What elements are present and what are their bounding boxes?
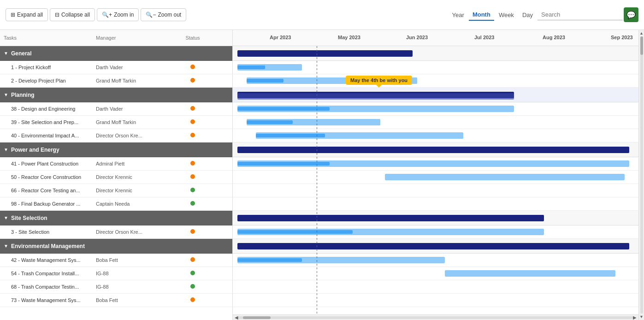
vscroll-thumb[interactable] bbox=[640, 36, 643, 55]
group-planning[interactable]: ▼Planning bbox=[0, 88, 232, 102]
group-label: Site Selection bbox=[11, 215, 47, 221]
gantt-bar bbox=[237, 230, 353, 234]
list-item[interactable]: 40 - Environmental Impact A... Director … bbox=[0, 129, 232, 142]
gantt-horizontal-scrollbar[interactable]: ◀ ▶ bbox=[233, 314, 638, 320]
task-status bbox=[179, 284, 207, 290]
task-name: 40 - Environmental Impact A... bbox=[4, 133, 96, 138]
gantt-header: Apr 2023May 2023Jun 2023Jul 2023Aug 2023… bbox=[233, 30, 638, 46]
expand-all-button[interactable]: ⊞ Expand all bbox=[6, 8, 48, 21]
task-name: 54 - Trash Compactor Install... bbox=[4, 271, 96, 276]
gantt-task-row bbox=[233, 61, 638, 74]
task-manager: Captain Needa bbox=[96, 201, 179, 207]
gantt-task-row bbox=[233, 254, 638, 267]
task-name: 41 - Power Plant Construction bbox=[4, 161, 96, 166]
year-view-button[interactable]: Year bbox=[449, 10, 468, 20]
task-manager: IG-88 bbox=[96, 284, 179, 290]
list-item[interactable]: 54 - Trash Compactor Install... IG-88 bbox=[0, 267, 232, 280]
list-item[interactable]: 1 - Project Kickoff Darth Vader bbox=[0, 61, 232, 74]
gantt-bar bbox=[445, 270, 615, 277]
status-dot bbox=[190, 271, 195, 275]
group-site[interactable]: ▼Site Selection bbox=[0, 211, 232, 225]
group-arrow: ▼ bbox=[4, 92, 8, 97]
group-arrow: ▼ bbox=[4, 51, 8, 56]
gantt-task-row bbox=[233, 225, 638, 239]
collapse-icon: ⊟ bbox=[55, 12, 59, 18]
status-dot bbox=[190, 78, 195, 83]
manager-column-header: Manager bbox=[96, 35, 179, 41]
gantt-group-bar bbox=[237, 215, 544, 221]
zoom-out-icon: 🔍− bbox=[146, 12, 156, 18]
day-view-button[interactable]: Day bbox=[519, 10, 537, 20]
tasks-column-header: Tasks bbox=[4, 35, 96, 41]
gantt-group-bar bbox=[237, 243, 629, 249]
group-arrow: ▼ bbox=[4, 147, 8, 152]
task-name: 39 - Site Selection and Prep... bbox=[4, 119, 96, 125]
status-dot bbox=[190, 229, 195, 234]
list-item[interactable]: 41 - Power Plant Construction Admiral Pi… bbox=[0, 157, 232, 171]
task-manager: Boba Fett bbox=[96, 257, 179, 263]
month-label: Aug 2023 bbox=[543, 35, 565, 40]
list-item[interactable]: 66 - Reactor Core Testing an... Director… bbox=[0, 184, 232, 197]
task-name: 66 - Reactor Core Testing an... bbox=[4, 188, 96, 193]
group-general[interactable]: ▼General bbox=[0, 46, 232, 61]
zoom-in-button[interactable]: 🔍+ Zoom in bbox=[97, 8, 139, 21]
scroll-right-arrow[interactable]: ▶ bbox=[633, 315, 637, 320]
collapse-all-label: Collapse all bbox=[61, 12, 90, 18]
scroll-left-arrow[interactable]: ◀ bbox=[235, 315, 238, 320]
search-input[interactable] bbox=[538, 9, 623, 20]
group-power[interactable]: ▼Power and Energy bbox=[0, 142, 232, 157]
group-env[interactable]: ▼Environmental Management bbox=[0, 239, 232, 254]
scroll-up-arrow[interactable]: ▲ bbox=[639, 31, 644, 36]
task-rows: ▼General 1 - Project Kickoff Darth Vader… bbox=[0, 46, 232, 320]
list-item[interactable]: 68 - Trash Compactor Testin... IG-88 bbox=[0, 280, 232, 294]
task-status bbox=[179, 297, 207, 303]
gantt-bar bbox=[247, 120, 293, 124]
group-arrow: ▼ bbox=[4, 215, 8, 220]
expand-all-label: Expand all bbox=[17, 12, 43, 18]
month-label: Apr 2023 bbox=[270, 35, 291, 40]
main-area: Tasks Manager Status ▼General 1 - Projec… bbox=[0, 30, 644, 320]
status-dot bbox=[190, 119, 195, 124]
status-dot bbox=[190, 106, 195, 111]
week-view-button[interactable]: Week bbox=[495, 10, 518, 20]
gantt-task-row bbox=[233, 129, 638, 142]
status-dot bbox=[190, 297, 195, 302]
chat-icon[interactable]: 💬 bbox=[624, 7, 638, 22]
group-label: General bbox=[11, 50, 32, 57]
month-label: Sep 2023 bbox=[611, 35, 633, 40]
task-manager: IG-88 bbox=[96, 271, 179, 276]
list-item[interactable]: 39 - Site Selection and Prep... Grand Mo… bbox=[0, 116, 232, 129]
collapse-all-button[interactable]: ⊟ Collapse all bbox=[50, 8, 95, 21]
group-label: Environmental Management bbox=[11, 243, 85, 249]
gantt-bar bbox=[256, 134, 325, 137]
task-manager: Darth Vader bbox=[96, 65, 179, 70]
zoom-out-button[interactable]: 🔍− Zoom out bbox=[141, 8, 186, 21]
list-item[interactable]: 3 - Site Selection Director Orson Kre... bbox=[0, 225, 232, 239]
list-item[interactable]: 50 - Reactor Core Construction Director … bbox=[0, 171, 232, 184]
left-panel: Tasks Manager Status ▼General 1 - Projec… bbox=[0, 30, 233, 320]
task-name: 98 - Final Backup Generator ... bbox=[4, 201, 96, 207]
gantt-bar bbox=[385, 174, 625, 180]
gantt-group-general bbox=[233, 46, 638, 61]
scroll-down-arrow[interactable]: ▼ bbox=[639, 314, 644, 319]
month-view-button[interactable]: Month bbox=[469, 9, 494, 21]
list-item[interactable]: 2 - Develop Project Plan Grand Moff Tark… bbox=[0, 74, 232, 88]
hscroll-thumb[interactable] bbox=[243, 316, 271, 319]
task-name: 38 - Design and Engineering bbox=[4, 106, 96, 112]
gantt-task-row bbox=[233, 184, 638, 197]
gantt-body: May the 4th be with you bbox=[233, 46, 638, 314]
task-status bbox=[179, 201, 207, 207]
gantt-group-power bbox=[233, 142, 638, 157]
task-manager: Director Orson Kre... bbox=[96, 133, 179, 138]
expand-icon: ⊞ bbox=[11, 12, 15, 18]
task-status bbox=[179, 132, 207, 139]
list-item[interactable]: 42 - Waste Management Sys... Boba Fett bbox=[0, 254, 232, 267]
list-item[interactable]: 98 - Final Backup Generator ... Captain … bbox=[0, 197, 232, 211]
status-dot bbox=[190, 284, 195, 289]
gantt-task-row bbox=[233, 280, 638, 294]
task-name: 50 - Reactor Core Construction bbox=[4, 174, 96, 180]
list-item[interactable]: 73 - Waste Management Sys... Boba Fett bbox=[0, 294, 232, 307]
list-item[interactable]: 38 - Design and Engineering Darth Vader bbox=[0, 102, 232, 116]
vertical-scrollbar[interactable]: ▲ ▼ bbox=[638, 30, 644, 320]
today-line bbox=[317, 46, 317, 314]
